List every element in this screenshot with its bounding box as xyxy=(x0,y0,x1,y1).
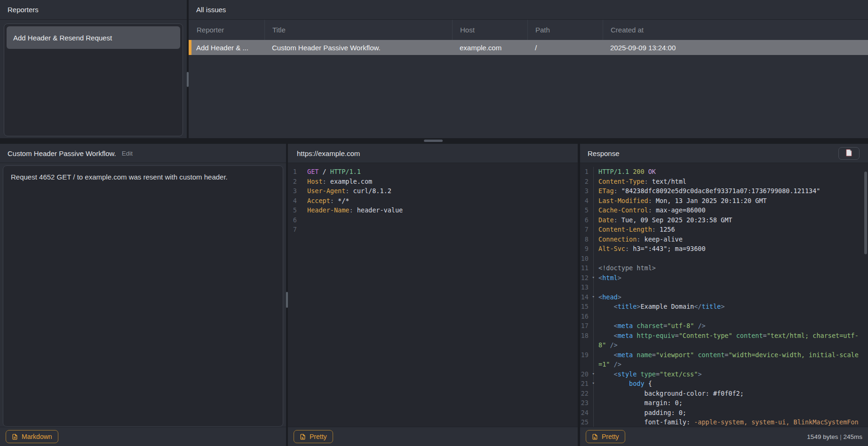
code-text: <!doctype html> xyxy=(594,263,868,273)
request-titlebar: https://example.com xyxy=(288,144,578,163)
markdown-toggle-button[interactable]: Markdown xyxy=(6,430,58,443)
code-line: 6 xyxy=(288,215,578,225)
markdown-button-label: Markdown xyxy=(22,433,52,440)
code-text xyxy=(302,225,578,235)
code-text: Header-Name: header-value xyxy=(302,205,578,215)
column-header-reporter[interactable]: Reporter xyxy=(189,20,264,40)
issue-cell-host: example.com xyxy=(452,40,527,55)
code-line: 15 <title>Example Domain</title> xyxy=(580,302,868,312)
code-line-number: 7 xyxy=(580,225,594,235)
code-line-number: 7 xyxy=(288,225,302,235)
reporter-item-label: Add Header & Resend Request xyxy=(13,34,112,42)
code-text: Cache-Control: max-age=86000 xyxy=(594,205,868,215)
code-line-number: 5 xyxy=(288,205,302,215)
response-panel: Response 1HTTP/1.1 200 OK2Content-Type: … xyxy=(580,144,868,446)
code-text xyxy=(302,215,578,225)
code-text: body { xyxy=(594,379,868,389)
column-header-host[interactable]: Host xyxy=(452,20,527,40)
copy-response-button[interactable] xyxy=(838,147,860,160)
code-line-number: 25 xyxy=(580,417,594,427)
fold-chevron-icon[interactable]: ▾ xyxy=(592,295,595,299)
code-line: 5Cache-Control: max-age=86000 xyxy=(580,205,868,215)
reporters-panel: Reporters Add Header & Resend Request xyxy=(0,0,187,138)
top-panels-resize-handle[interactable] xyxy=(187,72,189,87)
sections-resize-handle[interactable] xyxy=(424,140,443,142)
code-line-number: 14▾ xyxy=(580,292,594,302)
code-text xyxy=(594,254,868,264)
report-body-card: Request 4652 GET / to example.com was re… xyxy=(3,165,283,427)
issues-titlebar: All issues xyxy=(189,0,868,20)
code-text: GET / HTTP/1.1 xyxy=(302,167,578,177)
code-line: 1GET / HTTP/1.1 xyxy=(288,167,578,177)
code-line-number: 24 xyxy=(580,408,594,418)
caido-app: Reporters Add Header & Resend Request Al… xyxy=(0,0,868,446)
code-line: 23 margin: 0; xyxy=(580,398,868,408)
code-text xyxy=(594,312,868,321)
code-line-number: 6 xyxy=(288,215,302,225)
response-editor[interactable]: 1HTTP/1.1 200 OK2Content-Type: text/html… xyxy=(580,163,868,427)
code-line-number: 10 xyxy=(580,254,594,264)
report-titlebar: Custom Header Passive Workflow. Edit xyxy=(0,144,286,163)
code-line-number: 2 xyxy=(288,177,302,187)
code-line-number: 18 xyxy=(580,331,594,350)
code-line-number: 17 xyxy=(580,321,594,331)
code-line-number: 3 xyxy=(288,186,302,196)
edit-link[interactable]: Edit xyxy=(122,150,133,157)
code-line-number: 22 xyxy=(580,389,594,399)
code-text: <meta http-equiv="Content-type" content=… xyxy=(594,331,868,350)
code-line-number: 4 xyxy=(580,196,594,206)
code-line: 10 xyxy=(580,254,868,264)
column-header-path[interactable]: Path xyxy=(527,20,603,40)
code-line: 9Alt-Svc: h3=":443"; ma=93600 xyxy=(580,244,868,254)
code-line: 18 <meta http-equiv="Content-type" conte… xyxy=(580,331,868,350)
code-text: <style type="text/css"> xyxy=(594,369,868,379)
code-line: 12▾<html> xyxy=(580,273,868,283)
code-text: background-color: #f0f0f2; xyxy=(594,389,868,399)
request-pretty-label: Pretty xyxy=(310,433,327,440)
fold-chevron-icon[interactable]: ▾ xyxy=(592,275,595,280)
code-text: ETag: "84238dfc8092e5d9c0dac8ef93371a07:… xyxy=(594,186,868,196)
code-line-number: 19 xyxy=(580,350,594,369)
code-line: 4Last-Modified: Mon, 13 Jan 2025 20:11:2… xyxy=(580,196,868,206)
code-text: margin: 0; xyxy=(594,398,868,408)
code-line: 7Content-Length: 1256 xyxy=(580,225,868,235)
column-header-title[interactable]: Title xyxy=(264,20,452,40)
response-size: 1549 bytes xyxy=(807,433,838,440)
code-line: 8Connection: keep-alive xyxy=(580,235,868,244)
column-header-created-at[interactable]: Created at xyxy=(603,20,868,40)
issue-cell-path: / xyxy=(527,40,603,55)
reporters-title: Reporters xyxy=(8,6,39,14)
code-line-number: 2 xyxy=(580,177,594,187)
fold-chevron-icon[interactable]: ▾ xyxy=(592,381,595,385)
markdown-file-icon xyxy=(12,433,18,440)
copy-response-icon xyxy=(846,149,852,158)
response-titlebar: Response xyxy=(580,144,868,163)
code-line-number: 23 xyxy=(580,398,594,408)
code-line: 1HTTP/1.1 200 OK xyxy=(580,167,868,177)
code-text: Host: example.com xyxy=(302,177,578,187)
report-title: Custom Header Passive Workflow. xyxy=(8,149,116,157)
reporter-item[interactable]: Add Header & Resend Request xyxy=(7,26,180,49)
code-text: font-family: -apple-system, system-ui, B… xyxy=(594,417,868,427)
issue-row[interactable]: Add Header & ... Custom Header Passive W… xyxy=(189,40,868,55)
code-line-number: 6 xyxy=(580,215,594,225)
code-line: 19 <meta name="viewport" content="width=… xyxy=(580,350,868,369)
report-panel: Custom Header Passive Workflow. Edit Req… xyxy=(0,144,286,446)
code-text: Date: Tue, 09 Sep 2025 20:23:58 GMT xyxy=(594,215,868,225)
reporters-titlebar: Reporters xyxy=(0,0,187,20)
response-pretty-button[interactable]: Pretty xyxy=(586,430,625,443)
fold-chevron-icon[interactable]: ▾ xyxy=(592,372,595,376)
issues-panel: All issues Reporter Title Host Path Crea… xyxy=(189,0,868,138)
code-text: <meta charset="utf-8" /> xyxy=(594,321,868,331)
code-line: 21▾ body { xyxy=(580,379,868,389)
code-text: <title>Example Domain</title> xyxy=(594,302,868,312)
issue-cell-created-at: 2025-09-09 13:24:00 xyxy=(603,40,868,55)
bottom-panels-resize-handle[interactable] xyxy=(286,292,288,308)
code-text: <html> xyxy=(594,273,868,283)
code-text: User-Agent: curl/8.1.2 xyxy=(302,186,578,196)
request-editor[interactable]: 1GET / HTTP/1.12Host: example.com3User-A… xyxy=(288,163,578,427)
response-scrollbar-thumb[interactable] xyxy=(864,172,867,254)
request-pretty-button[interactable]: Pretty xyxy=(294,430,333,443)
code-text: Content-Type: text/html xyxy=(594,177,868,187)
code-line-number: 12▾ xyxy=(580,273,594,283)
